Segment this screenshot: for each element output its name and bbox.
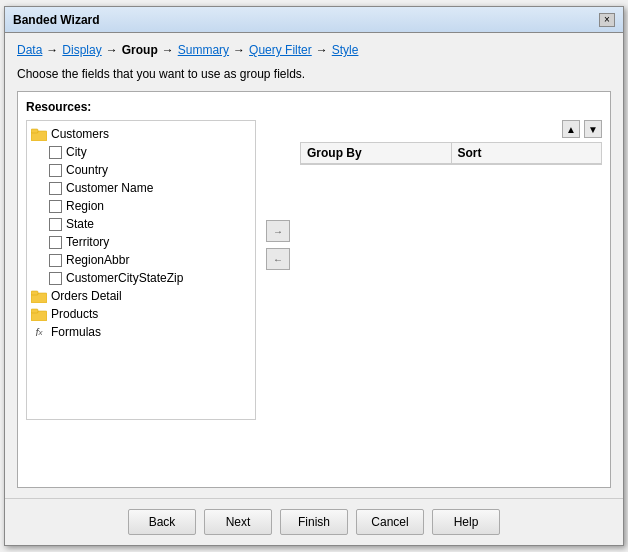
- title-bar: Banded Wizard ×: [5, 7, 623, 33]
- tree-folder-products[interactable]: Products: [27, 305, 255, 323]
- help-button[interactable]: Help: [432, 509, 500, 535]
- cancel-button[interactable]: Cancel: [356, 509, 424, 535]
- checkbox-city[interactable]: [49, 146, 62, 159]
- tree-label-customers: Customers: [51, 127, 109, 141]
- left-panel[interactable]: Customers City Country Cus: [26, 120, 256, 420]
- checkbox-region[interactable]: [49, 200, 62, 213]
- groupby-header: Group By: [301, 143, 452, 163]
- label-territory: Territory: [66, 235, 109, 249]
- tree-item-customercitystatezip[interactable]: CustomerCityStateZip: [45, 269, 255, 287]
- dialog-footer: Back Next Finish Cancel Help: [5, 498, 623, 545]
- label-products: Products: [51, 307, 98, 321]
- right-panel[interactable]: Group By Sort: [300, 142, 602, 165]
- tree-item-regionabbr[interactable]: RegionAbbr: [45, 251, 255, 269]
- customers-children: City Country Customer Name Region: [27, 143, 255, 287]
- resources-label: Resources:: [26, 100, 602, 114]
- up-arrow-icon: ▲: [566, 124, 576, 135]
- dialog-title: Banded Wizard: [13, 13, 100, 27]
- fx-icon-formulas: fx: [31, 325, 47, 339]
- next-button[interactable]: Next: [204, 509, 272, 535]
- tree-item-territory[interactable]: Territory: [45, 233, 255, 251]
- main-panel: Resources: Customers: [17, 91, 611, 488]
- close-icon: ×: [604, 14, 610, 25]
- breadcrumb-group: Group: [122, 43, 158, 57]
- sort-header: Sort: [452, 143, 602, 163]
- sort-arrows: ▲ ▼: [300, 120, 602, 138]
- column-headers: Group By Sort: [301, 143, 601, 164]
- right-arrow-icon: →: [273, 226, 283, 237]
- dialog-content: Data → Display → Group → Summary → Query…: [5, 33, 623, 498]
- tree-item-customername[interactable]: Customer Name: [45, 179, 255, 197]
- label-city: City: [66, 145, 87, 159]
- folder-icon-customers: [31, 127, 47, 141]
- tree-folder-customers[interactable]: Customers: [27, 125, 255, 143]
- back-button[interactable]: Back: [128, 509, 196, 535]
- panels-row: Customers City Country Cus: [26, 120, 602, 479]
- svg-rect-3: [31, 291, 38, 295]
- tree-item-state[interactable]: State: [45, 215, 255, 233]
- folder-icon-products: [31, 307, 47, 321]
- label-ordersdetail: Orders Detail: [51, 289, 122, 303]
- label-customercitystatezip: CustomerCityStateZip: [66, 271, 183, 285]
- svg-rect-5: [31, 309, 38, 313]
- breadcrumb-summary[interactable]: Summary: [178, 43, 229, 57]
- checkbox-customername[interactable]: [49, 182, 62, 195]
- checkbox-regionabbr[interactable]: [49, 254, 62, 267]
- add-button[interactable]: →: [266, 220, 290, 242]
- remove-button[interactable]: ←: [266, 248, 290, 270]
- finish-button[interactable]: Finish: [280, 509, 348, 535]
- transfer-buttons: → ←: [260, 220, 296, 270]
- description-text: Choose the fields that you want to use a…: [17, 67, 611, 81]
- tree-item-region[interactable]: Region: [45, 197, 255, 215]
- label-customername: Customer Name: [66, 181, 153, 195]
- breadcrumb-data[interactable]: Data: [17, 43, 42, 57]
- label-country: Country: [66, 163, 108, 177]
- svg-rect-1: [31, 129, 38, 133]
- down-arrow-icon: ▼: [588, 124, 598, 135]
- label-regionabbr: RegionAbbr: [66, 253, 129, 267]
- tree-item-city[interactable]: City: [45, 143, 255, 161]
- tree-item-country[interactable]: Country: [45, 161, 255, 179]
- checkbox-country[interactable]: [49, 164, 62, 177]
- right-panel-wrapper: ▲ ▼ Group By Sort: [300, 120, 602, 165]
- move-down-button[interactable]: ▼: [584, 120, 602, 138]
- close-button[interactable]: ×: [599, 13, 615, 27]
- tree-folder-ordersdetail[interactable]: Orders Detail: [27, 287, 255, 305]
- tree-item-formulas[interactable]: fx Formulas: [27, 323, 255, 341]
- breadcrumb-display[interactable]: Display: [62, 43, 101, 57]
- label-state: State: [66, 217, 94, 231]
- label-region: Region: [66, 199, 104, 213]
- breadcrumb-style[interactable]: Style: [332, 43, 359, 57]
- banded-wizard-dialog: Banded Wizard × Data → Display → Group →…: [4, 6, 624, 546]
- left-arrow-icon: ←: [273, 254, 283, 265]
- checkbox-customercitystatezip[interactable]: [49, 272, 62, 285]
- folder-icon-ordersdetail: [31, 289, 47, 303]
- breadcrumb: Data → Display → Group → Summary → Query…: [17, 43, 611, 57]
- breadcrumb-queryfilter[interactable]: Query Filter: [249, 43, 312, 57]
- checkbox-territory[interactable]: [49, 236, 62, 249]
- label-formulas: Formulas: [51, 325, 101, 339]
- move-up-button[interactable]: ▲: [562, 120, 580, 138]
- checkbox-state[interactable]: [49, 218, 62, 231]
